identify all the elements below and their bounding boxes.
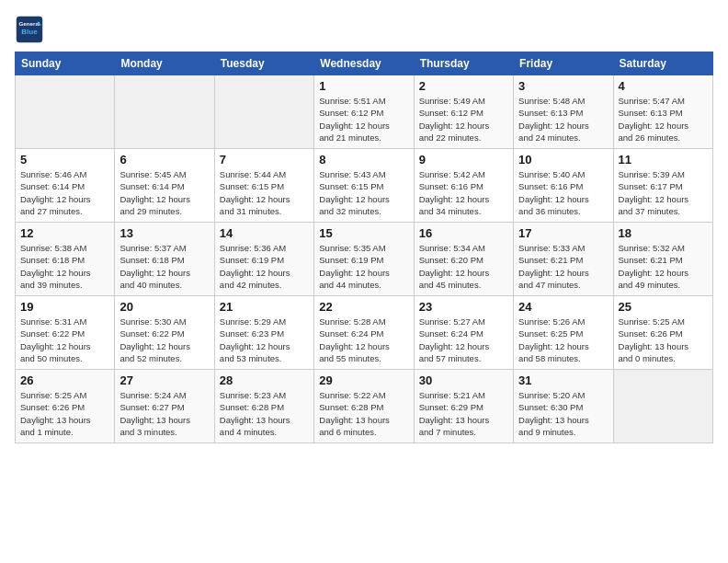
calendar-cell: 16Sunrise: 5:34 AM Sunset: 6:20 PM Dayli… — [414, 223, 513, 296]
calendar-cell: 18Sunrise: 5:32 AM Sunset: 6:21 PM Dayli… — [613, 223, 712, 296]
calendar-week-1: 1Sunrise: 5:51 AM Sunset: 6:12 PM Daylig… — [16, 75, 713, 149]
day-info: Sunrise: 5:37 AM Sunset: 6:18 PM Dayligh… — [119, 242, 209, 291]
day-info: Sunrise: 5:34 AM Sunset: 6:20 PM Dayligh… — [419, 242, 508, 291]
day-info: Sunrise: 5:38 AM Sunset: 6:18 PM Dayligh… — [20, 242, 109, 291]
logo-icon: General Blue — [15, 15, 44, 44]
day-number: 3 — [518, 79, 608, 93]
calendar-cell: 10Sunrise: 5:40 AM Sunset: 6:16 PM Dayli… — [514, 149, 613, 223]
day-info: Sunrise: 5:27 AM Sunset: 6:24 PM Dayligh… — [419, 316, 508, 364]
calendar-cell: 15Sunrise: 5:35 AM Sunset: 6:19 PM Dayli… — [314, 223, 414, 296]
calendar-cell: 20Sunrise: 5:30 AM Sunset: 6:22 PM Dayli… — [115, 296, 214, 370]
calendar-cell: 17Sunrise: 5:33 AM Sunset: 6:21 PM Dayli… — [514, 223, 613, 296]
day-info: Sunrise: 5:31 AM Sunset: 6:22 PM Dayligh… — [20, 316, 109, 364]
weekday-header-friday: Friday — [514, 52, 613, 75]
day-info: Sunrise: 5:26 AM Sunset: 6:25 PM Dayligh… — [518, 316, 608, 364]
calendar-cell: 9Sunrise: 5:42 AM Sunset: 6:16 PM Daylig… — [414, 149, 513, 223]
calendar-cell: 12Sunrise: 5:38 AM Sunset: 6:18 PM Dayli… — [16, 223, 115, 296]
calendar-cell: 6Sunrise: 5:45 AM Sunset: 6:14 PM Daylig… — [115, 149, 214, 223]
calendar-cell: 30Sunrise: 5:21 AM Sunset: 6:29 PM Dayli… — [414, 370, 513, 443]
day-info: Sunrise: 5:47 AM Sunset: 6:13 PM Dayligh… — [619, 95, 708, 144]
day-number: 4 — [619, 79, 708, 93]
day-number: 10 — [518, 153, 608, 167]
day-number: 8 — [319, 153, 408, 167]
calendar-cell: 8Sunrise: 5:43 AM Sunset: 6:15 PM Daylig… — [314, 149, 414, 223]
day-number: 18 — [619, 226, 708, 240]
calendar-cell: 14Sunrise: 5:36 AM Sunset: 6:19 PM Dayli… — [214, 223, 313, 296]
day-info: Sunrise: 5:39 AM Sunset: 6:17 PM Dayligh… — [619, 168, 708, 217]
calendar-cell: 5Sunrise: 5:46 AM Sunset: 6:14 PM Daylig… — [16, 149, 115, 223]
calendar-cell: 7Sunrise: 5:44 AM Sunset: 6:15 PM Daylig… — [214, 149, 313, 223]
day-info: Sunrise: 5:46 AM Sunset: 6:14 PM Dayligh… — [20, 168, 109, 217]
day-number: 23 — [419, 300, 508, 314]
day-info: Sunrise: 5:35 AM Sunset: 6:19 PM Dayligh… — [319, 242, 408, 291]
calendar-cell: 1Sunrise: 5:51 AM Sunset: 6:12 PM Daylig… — [314, 75, 414, 149]
day-number: 21 — [220, 300, 309, 314]
day-info: Sunrise: 5:40 AM Sunset: 6:16 PM Dayligh… — [518, 168, 608, 217]
day-info: Sunrise: 5:24 AM Sunset: 6:27 PM Dayligh… — [119, 389, 209, 438]
day-number: 5 — [20, 153, 109, 167]
day-info: Sunrise: 5:25 AM Sunset: 6:26 PM Dayligh… — [20, 389, 109, 438]
calendar-cell: 2Sunrise: 5:49 AM Sunset: 6:12 PM Daylig… — [414, 75, 513, 149]
day-number: 24 — [518, 300, 608, 314]
day-number: 14 — [220, 226, 309, 240]
day-number: 26 — [20, 373, 109, 387]
calendar-cell — [16, 75, 115, 149]
calendar-cell: 28Sunrise: 5:23 AM Sunset: 6:28 PM Dayli… — [214, 370, 313, 443]
day-info: Sunrise: 5:30 AM Sunset: 6:22 PM Dayligh… — [119, 316, 209, 364]
calendar-cell: 25Sunrise: 5:25 AM Sunset: 6:26 PM Dayli… — [613, 296, 712, 370]
calendar-cell: 13Sunrise: 5:37 AM Sunset: 6:18 PM Dayli… — [115, 223, 214, 296]
day-number: 29 — [319, 373, 408, 387]
calendar-cell: 21Sunrise: 5:29 AM Sunset: 6:23 PM Dayli… — [214, 296, 313, 370]
day-number: 22 — [319, 300, 408, 314]
calendar-cell: 11Sunrise: 5:39 AM Sunset: 6:17 PM Dayli… — [613, 149, 712, 223]
day-number: 20 — [119, 300, 209, 314]
day-number: 7 — [220, 153, 309, 167]
day-number: 31 — [518, 373, 608, 387]
calendar-cell: 27Sunrise: 5:24 AM Sunset: 6:27 PM Dayli… — [115, 370, 214, 443]
day-info: Sunrise: 5:51 AM Sunset: 6:12 PM Dayligh… — [319, 95, 408, 144]
day-info: Sunrise: 5:32 AM Sunset: 6:21 PM Dayligh… — [619, 242, 708, 291]
calendar-week-3: 12Sunrise: 5:38 AM Sunset: 6:18 PM Dayli… — [16, 223, 713, 296]
day-info: Sunrise: 5:42 AM Sunset: 6:16 PM Dayligh… — [419, 168, 508, 217]
svg-text:Blue: Blue — [21, 28, 38, 36]
day-info: Sunrise: 5:36 AM Sunset: 6:19 PM Dayligh… — [220, 242, 309, 291]
calendar-header: SundayMondayTuesdayWednesdayThursdayFrid… — [16, 52, 713, 75]
calendar-table: SundayMondayTuesdayWednesdayThursdayFrid… — [15, 52, 713, 443]
calendar-cell: 19Sunrise: 5:31 AM Sunset: 6:22 PM Dayli… — [16, 296, 115, 370]
day-number: 9 — [419, 153, 508, 167]
calendar-cell: 26Sunrise: 5:25 AM Sunset: 6:26 PM Dayli… — [16, 370, 115, 443]
calendar-cell: 29Sunrise: 5:22 AM Sunset: 6:28 PM Dayli… — [314, 370, 414, 443]
day-info: Sunrise: 5:29 AM Sunset: 6:23 PM Dayligh… — [220, 316, 309, 364]
svg-text:General: General — [18, 20, 40, 27]
day-number: 13 — [119, 226, 209, 240]
day-info: Sunrise: 5:28 AM Sunset: 6:24 PM Dayligh… — [319, 316, 408, 364]
day-number: 19 — [20, 300, 109, 314]
weekday-header-thursday: Thursday — [414, 52, 513, 75]
calendar-week-4: 19Sunrise: 5:31 AM Sunset: 6:22 PM Dayli… — [16, 296, 713, 370]
calendar-cell: 31Sunrise: 5:20 AM Sunset: 6:30 PM Dayli… — [514, 370, 613, 443]
day-info: Sunrise: 5:43 AM Sunset: 6:15 PM Dayligh… — [319, 168, 408, 217]
calendar-cell: 23Sunrise: 5:27 AM Sunset: 6:24 PM Dayli… — [414, 296, 513, 370]
day-info: Sunrise: 5:23 AM Sunset: 6:28 PM Dayligh… — [220, 389, 309, 438]
day-number: 25 — [619, 300, 708, 314]
day-number: 11 — [619, 153, 708, 167]
calendar-cell — [115, 75, 214, 149]
weekday-header-saturday: Saturday — [613, 52, 712, 75]
day-number: 15 — [319, 226, 408, 240]
calendar-cell: 22Sunrise: 5:28 AM Sunset: 6:24 PM Dayli… — [314, 296, 414, 370]
day-number: 27 — [119, 373, 209, 387]
day-info: Sunrise: 5:44 AM Sunset: 6:15 PM Dayligh… — [220, 168, 309, 217]
day-number: 2 — [419, 79, 508, 93]
calendar-week-5: 26Sunrise: 5:25 AM Sunset: 6:26 PM Dayli… — [16, 370, 713, 443]
logo: General Blue — [15, 15, 48, 44]
day-info: Sunrise: 5:20 AM Sunset: 6:30 PM Dayligh… — [518, 389, 608, 438]
weekday-header-tuesday: Tuesday — [214, 52, 313, 75]
calendar-cell: 4Sunrise: 5:47 AM Sunset: 6:13 PM Daylig… — [613, 75, 712, 149]
weekday-header-monday: Monday — [115, 52, 214, 75]
day-info: Sunrise: 5:25 AM Sunset: 6:26 PM Dayligh… — [619, 316, 708, 364]
day-info: Sunrise: 5:49 AM Sunset: 6:12 PM Dayligh… — [419, 95, 508, 144]
day-number: 17 — [518, 226, 608, 240]
weekday-header-sunday: Sunday — [16, 52, 115, 75]
calendar-cell — [214, 75, 313, 149]
calendar-week-2: 5Sunrise: 5:46 AM Sunset: 6:14 PM Daylig… — [16, 149, 713, 223]
